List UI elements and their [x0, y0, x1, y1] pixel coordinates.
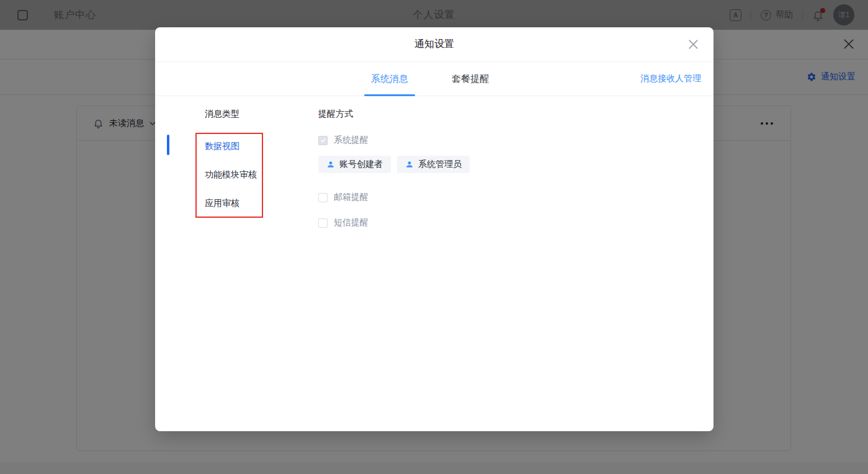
notification-settings-modal: 通知设置 系统消息 套餐提醒 消息接收人管理 消息类型 数据视图 功能模块审核 …: [155, 27, 714, 431]
modal-header: 通知设置: [155, 27, 714, 62]
recipient-tag-label: 账号创建者: [339, 159, 383, 170]
manage-recipients-link[interactable]: 消息接收人管理: [640, 62, 701, 96]
modal-title: 通知设置: [414, 38, 454, 51]
menu-item-app-review[interactable]: 应用审核: [205, 198, 239, 209]
recipient-tag-system-admin[interactable]: 系统管理员: [397, 156, 470, 173]
checkbox-system-reminder[interactable]: [318, 136, 328, 145]
email-reminder-label: 邮箱提醒: [334, 192, 369, 203]
active-item-indicator: [167, 135, 169, 155]
recipient-tag-account-creator[interactable]: 账号创建者: [318, 156, 391, 173]
tab-package-reminders[interactable]: 套餐提醒: [452, 62, 489, 96]
person-icon: [326, 160, 335, 169]
recipient-tag-label: 系统管理员: [418, 159, 462, 170]
modal-close-button[interactable]: [687, 38, 700, 51]
checkbox-email-reminder[interactable]: [318, 193, 328, 202]
menu-item-module-review[interactable]: 功能模块审核: [205, 169, 257, 181]
option-sms-reminder[interactable]: 短信提醒: [318, 217, 369, 228]
menu-item-data-view[interactable]: 数据视图: [205, 141, 239, 152]
person-icon: [405, 160, 414, 169]
close-icon: [687, 38, 700, 51]
check-icon: [320, 137, 326, 143]
checkbox-sms-reminder[interactable]: [318, 218, 328, 228]
option-system-reminder[interactable]: 系统提醒: [318, 135, 369, 146]
remind-methods-header: 提醒方式: [318, 109, 353, 120]
modal-body: 消息类型 数据视图 功能模块审核 应用审核 提醒方式 系统提醒 账号创建者: [155, 96, 714, 430]
tab-system-messages[interactable]: 系统消息: [371, 62, 408, 96]
option-email-reminder[interactable]: 邮箱提醒: [318, 192, 369, 203]
sms-reminder-label: 短信提醒: [334, 217, 369, 228]
system-reminder-label: 系统提醒: [334, 135, 369, 146]
recipient-tags: 账号创建者 系统管理员: [318, 156, 470, 173]
message-types-header: 消息类型: [205, 109, 239, 120]
modal-tab-bar: 系统消息 套餐提醒 消息接收人管理: [155, 62, 714, 96]
